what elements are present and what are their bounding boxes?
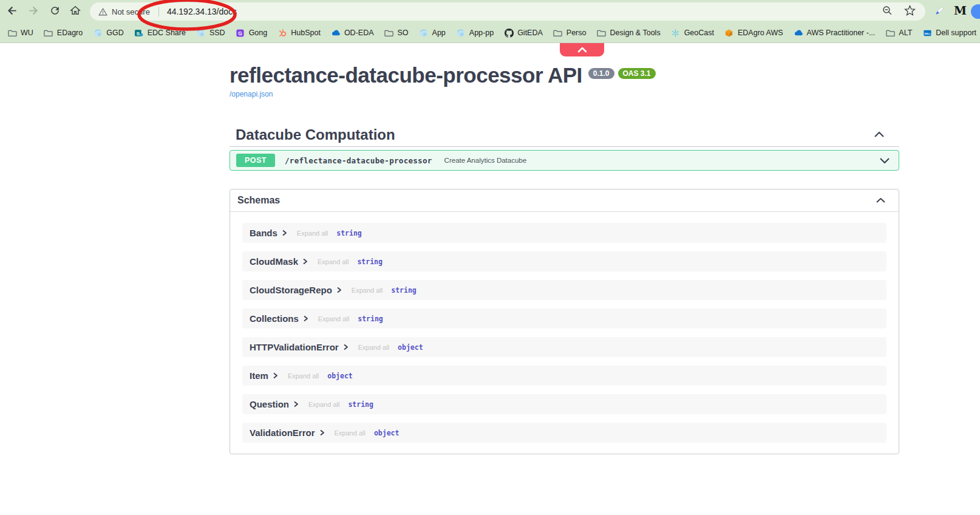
expand-all-button[interactable]: Expand all: [358, 344, 389, 351]
bookmark-label: Dell support: [936, 29, 976, 37]
schema-type: string: [391, 286, 417, 295]
schema-row[interactable]: Question Expand all string: [242, 394, 886, 414]
schema-row[interactable]: ValidationError Expand all object: [242, 423, 886, 443]
profile-avatar[interactable]: [971, 4, 980, 19]
svg-text:G: G: [238, 30, 242, 36]
bookmark-item[interactable]: Perso: [553, 28, 587, 38]
expand-all-button[interactable]: Expand all: [308, 401, 339, 408]
schemas-list: Bands Expand all string CloudMask Expand…: [230, 212, 899, 454]
web-sphere-icon: [93, 28, 103, 38]
bookmark-item[interactable]: App-pp: [456, 28, 494, 38]
expand-all-button[interactable]: Expand all: [288, 372, 319, 380]
schema-row[interactable]: Item Expand all object: [242, 366, 886, 386]
schema-name[interactable]: ValidationError: [250, 428, 315, 438]
version-badge: 0.1.0: [588, 68, 614, 79]
schema-row[interactable]: HTTPValidationError Expand all object: [242, 337, 886, 357]
page-title: reflectance-datacube-processor API: [230, 64, 582, 86]
onedrive-icon: [794, 28, 803, 38]
bookmark-item[interactable]: SO: [384, 28, 409, 38]
chip-divider: [158, 7, 159, 16]
bookmark-label: WU: [21, 29, 33, 37]
geocast-icon: [671, 28, 681, 38]
expand-all-button[interactable]: Expand all: [335, 429, 366, 437]
chevron-up-icon[interactable]: [874, 129, 885, 140]
schema-name[interactable]: Question: [250, 399, 289, 409]
schema-type: object: [374, 429, 400, 437]
web-sphere-icon: [456, 28, 466, 38]
operation-summary: Create Analytics Datacube: [444, 157, 527, 164]
openapi-spec-link[interactable]: /openapi.json: [230, 90, 273, 98]
expand-all-button[interactable]: Expand all: [352, 287, 383, 294]
expand-all-button[interactable]: Expand all: [318, 315, 349, 322]
bookmark-label: OD-EDA: [344, 29, 374, 37]
back-button[interactable]: [5, 4, 19, 19]
web-sphere-icon: [196, 28, 206, 38]
schema-row[interactable]: Collections Expand all string: [242, 309, 886, 329]
schema-name[interactable]: Collections: [250, 313, 299, 324]
bookmark-item[interactable]: EDagro: [44, 28, 83, 38]
chevron-up-icon[interactable]: [876, 195, 886, 206]
bookmark-label: AWS Practitioner -...: [807, 29, 876, 37]
bookmark-item[interactable]: GitEDA: [504, 28, 543, 38]
bookmark-label: App-pp: [469, 29, 494, 37]
post-operation-row[interactable]: POST /reflectance-datacube-processor Cre…: [230, 150, 899, 171]
bookmarks-bar: WU EDagro GGD S EDC Share SSD G Gong Hub…: [0, 23, 980, 43]
svg-text:DELL: DELL: [924, 32, 931, 35]
bookmark-label: GGD: [106, 29, 123, 37]
chevron-down-icon[interactable]: [879, 157, 890, 164]
bookmark-item[interactable]: GGD: [93, 28, 123, 38]
pen-extension-icon[interactable]: [933, 5, 945, 20]
bookmark-item[interactable]: WU: [7, 28, 33, 38]
tag-title: Datacube Computation: [236, 126, 395, 143]
bookmark-item[interactable]: S EDC Share: [134, 28, 186, 38]
schemas-section: Schemas Bands Expand all string CloudMas…: [230, 189, 899, 454]
sharepoint-icon: S: [134, 28, 144, 38]
schema-name[interactable]: Item: [250, 370, 268, 381]
bookmark-star-icon[interactable]: [904, 5, 916, 19]
bookmark-label: EDC Share: [148, 29, 186, 37]
tag-section-header[interactable]: Datacube Computation: [230, 123, 899, 147]
chevron-right-icon: [319, 429, 325, 436]
bookmark-item[interactable]: AWS Practitioner -...: [794, 28, 876, 38]
expand-all-button[interactable]: Expand all: [318, 258, 349, 265]
bookmark-item[interactable]: SSD: [196, 28, 225, 38]
bookmark-label: Design & Tools: [610, 29, 660, 37]
expand-all-button[interactable]: Expand all: [297, 230, 328, 237]
schemas-header[interactable]: Schemas: [230, 189, 899, 212]
bookmark-item[interactable]: HubSpot: [277, 28, 321, 38]
zoom-icon[interactable]: [882, 5, 893, 19]
bookmark-item[interactable]: ALT: [885, 28, 912, 38]
address-bar[interactable]: Not secure 44.192.34.13/docs: [90, 2, 925, 21]
schema-name[interactable]: CloudMask: [250, 256, 298, 267]
schema-row[interactable]: CloudStorageRepo Expand all string: [242, 280, 886, 300]
bookmark-item[interactable]: DELL Dell support: [922, 28, 976, 38]
gong-icon: G: [236, 28, 245, 38]
bookmark-label: GitEDA: [517, 29, 543, 37]
schema-name[interactable]: HTTPValidationError: [250, 342, 339, 352]
home-button[interactable]: [68, 4, 83, 19]
schema-row[interactable]: Bands Expand all string: [242, 223, 886, 243]
reload-button[interactable]: [47, 4, 62, 19]
m-extension-icon[interactable]: M: [954, 4, 965, 17]
security-label[interactable]: Not secure: [112, 7, 150, 16]
schema-name[interactable]: Bands: [250, 228, 277, 238]
schema-type: string: [348, 400, 373, 409]
bookmark-item[interactable]: App: [419, 28, 446, 38]
bookmark-label: Perso: [567, 29, 587, 37]
bookmark-item[interactable]: Design & Tools: [596, 28, 660, 38]
svg-text:S: S: [137, 30, 140, 36]
scroll-top-tab[interactable]: [560, 43, 604, 56]
folder-icon: [7, 28, 17, 38]
bookmark-item[interactable]: G Gong: [236, 28, 268, 38]
back-arrow-icon: [6, 4, 19, 19]
bookmark-item[interactable]: GeoCast: [671, 28, 714, 38]
folder-icon: [44, 28, 53, 38]
schema-name[interactable]: CloudStorageRepo: [250, 285, 332, 295]
oas-badge: OAS 3.1: [618, 68, 656, 79]
forward-button[interactable]: [26, 4, 40, 19]
schema-row[interactable]: CloudMask Expand all string: [242, 251, 886, 271]
bookmark-item[interactable]: OD-EDA: [331, 28, 374, 38]
bookmark-item[interactable]: EDAgro AWS: [724, 28, 783, 38]
schema-type: string: [358, 315, 383, 323]
folder-icon: [596, 28, 606, 38]
